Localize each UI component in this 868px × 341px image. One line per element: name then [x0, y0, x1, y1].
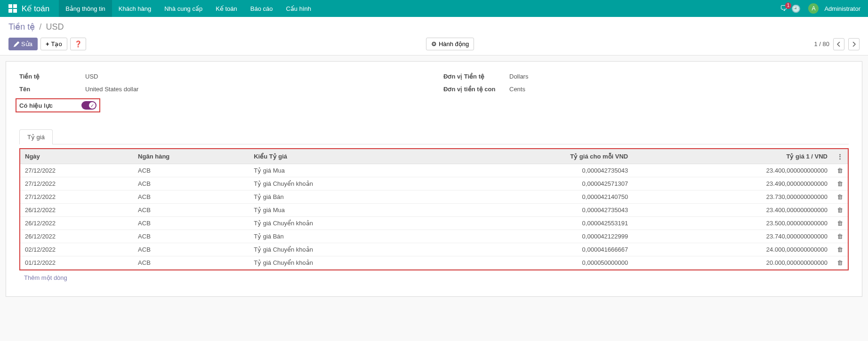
- nav-item-vendors[interactable]: Nhà cung cấp: [158, 0, 209, 17]
- delete-row-button[interactable]: 🗑: [832, 256, 848, 270]
- delete-row-button[interactable]: 🗑: [832, 190, 848, 204]
- delete-row-button[interactable]: 🗑: [832, 243, 848, 256]
- label-unit: Đơn vị Tiền tệ: [443, 73, 509, 80]
- cell-bank: ACB: [133, 217, 249, 230]
- col-date[interactable]: Ngày: [20, 149, 133, 164]
- create-button[interactable]: + Tạo: [40, 38, 67, 50]
- col-rate-per-vnd[interactable]: Tỷ giá cho mỗi VND: [443, 149, 633, 164]
- pencil-icon: [14, 41, 19, 47]
- active-toggle[interactable]: [81, 101, 96, 110]
- table-row[interactable]: 26/12/2022ACBTỷ giá Mua0,00004273504323.…: [20, 204, 848, 217]
- cell-type: Tỷ giá Chuyển khoản: [249, 177, 443, 190]
- table-row[interactable]: 27/12/2022ACBTỷ giá Mua0,00004273504323.…: [20, 164, 848, 177]
- table-row[interactable]: 27/12/2022ACBTỷ giá Chuyển khoản0,000042…: [20, 177, 848, 190]
- help-icon: ❓: [74, 40, 82, 48]
- control-panel: Tiền tệ / USD Sửa + Tạo ❓ ⚙ Hành động 1 …: [0, 17, 868, 56]
- cell-date: 27/12/2022: [20, 177, 133, 190]
- cell-inverse: 23.740,000000000000: [633, 230, 832, 243]
- nav-item-customers[interactable]: Khách hàng: [112, 0, 158, 17]
- chat-badge: 1: [785, 2, 792, 9]
- cell-rate: 0,000042140750: [443, 190, 633, 204]
- delete-row-button[interactable]: 🗑: [832, 177, 848, 190]
- cell-date: 02/12/2022: [20, 243, 133, 256]
- breadcrumb-parent[interactable]: Tiền tệ: [8, 22, 35, 32]
- chevron-right-icon: [852, 42, 856, 47]
- delete-row-button[interactable]: 🗑: [832, 217, 848, 230]
- pager-prev[interactable]: [833, 38, 844, 50]
- breadcrumb: Tiền tệ / USD: [0, 17, 868, 35]
- edit-button[interactable]: Sửa: [8, 38, 38, 50]
- cell-rate: 0,000042122999: [443, 230, 633, 243]
- rate-table: Ngày Ngân hàng Kiểu Tỷ giá Tỷ giá cho mỗ…: [20, 149, 848, 270]
- tab-bar: Tỷ giá: [19, 129, 849, 144]
- delete-row-button[interactable]: 🗑: [832, 230, 848, 243]
- value-subunit: Cents: [509, 86, 849, 93]
- cell-type: Tỷ giá Mua: [249, 164, 443, 177]
- label-subunit: Đơn vị tiền tệ con: [443, 86, 509, 93]
- breadcrumb-sep: /: [39, 22, 41, 32]
- cell-inverse: 23.490,000000000000: [633, 177, 832, 190]
- rate-table-highlight: Ngày Ngân hàng Kiểu Tỷ giá Tỷ giá cho mỗ…: [19, 148, 849, 270]
- active-row-highlight: Có hiệu lực: [16, 98, 100, 112]
- cell-inverse: 23.400,000000000000: [633, 164, 832, 177]
- cell-type: Tỷ giá Bán: [249, 230, 443, 243]
- cell-bank: ACB: [133, 204, 249, 217]
- nav-item-dashboard[interactable]: Bảng thông tin: [59, 0, 112, 17]
- nav-item-reports[interactable]: Báo cáo: [244, 0, 280, 17]
- edit-button-label: Sửa: [21, 40, 32, 48]
- cell-date: 26/12/2022: [20, 217, 133, 230]
- nav-item-accounting[interactable]: Kế toán: [209, 0, 244, 17]
- top-navbar: Kế toán Bảng thông tin Khách hàng Nhà cu…: [0, 0, 868, 17]
- col-inverse[interactable]: Tỷ giá 1 / VND: [633, 149, 832, 164]
- table-row[interactable]: 02/12/2022ACBTỷ giá Chuyển khoản0,000041…: [20, 243, 848, 256]
- activity-icon[interactable]: 🕘: [791, 4, 801, 13]
- pager-range: 1 / 80: [814, 40, 829, 48]
- add-line-row: Thêm một dòng: [19, 270, 849, 285]
- app-brand[interactable]: Kế toán: [22, 4, 49, 14]
- user-name[interactable]: Administrator: [824, 5, 860, 12]
- chevron-left-icon: [837, 42, 841, 47]
- tab-rates[interactable]: Tỷ giá: [19, 129, 53, 144]
- cell-rate: 0,000042571307: [443, 177, 633, 190]
- cell-rate: 0,000042553191: [443, 217, 633, 230]
- col-bank[interactable]: Ngân hàng: [133, 149, 249, 164]
- gear-icon: ⚙: [431, 40, 437, 48]
- pager: 1 / 80: [814, 38, 860, 50]
- cell-type: Tỷ giá Mua: [249, 204, 443, 217]
- chat-icon[interactable]: 🗨1: [780, 4, 788, 13]
- cell-date: 26/12/2022: [20, 204, 133, 217]
- table-row[interactable]: 26/12/2022ACBTỷ giá Bán0,00004212299923.…: [20, 230, 848, 243]
- cell-inverse: 23.730,000000000000: [633, 190, 832, 204]
- breadcrumb-current: USD: [46, 22, 64, 32]
- action-dropdown[interactable]: ⚙ Hành động: [426, 38, 474, 50]
- cell-bank: ACB: [133, 190, 249, 204]
- pager-next[interactable]: [848, 38, 860, 50]
- cell-type: Tỷ giá Chuyển khoản: [249, 217, 443, 230]
- table-row[interactable]: 01/12/2022ACBTỷ giá Chuyển khoản0,000050…: [20, 256, 848, 270]
- apps-icon[interactable]: [8, 4, 17, 13]
- add-line-link[interactable]: Thêm một dòng: [24, 274, 67, 281]
- cell-rate: 0,000050000000: [443, 256, 633, 270]
- help-button[interactable]: ❓: [70, 38, 86, 50]
- cell-bank: ACB: [133, 177, 249, 190]
- cell-bank: ACB: [133, 243, 249, 256]
- delete-row-button[interactable]: 🗑: [832, 164, 848, 177]
- avatar[interactable]: A: [808, 3, 819, 14]
- table-row[interactable]: 26/12/2022ACBTỷ giá Chuyển khoản0,000042…: [20, 217, 848, 230]
- cell-inverse: 23.400,000000000000: [633, 204, 832, 217]
- cell-inverse: 20.000,000000000000: [633, 256, 832, 270]
- col-options[interactable]: ⋮: [832, 149, 848, 164]
- cell-inverse: 23.500,000000000000: [633, 217, 832, 230]
- cell-date: 26/12/2022: [20, 230, 133, 243]
- nav-item-config[interactable]: Cấu hình: [279, 0, 318, 17]
- label-name: Tên: [19, 86, 85, 93]
- value-name: United States dollar: [85, 86, 425, 93]
- delete-row-button[interactable]: 🗑: [832, 204, 848, 217]
- form-sheet: Tiền tệ USD Tên United States dollar Có …: [6, 61, 862, 297]
- table-row[interactable]: 27/12/2022ACBTỷ giá Bán0,00004214075023.…: [20, 190, 848, 204]
- plus-icon: +: [46, 40, 49, 48]
- col-type[interactable]: Kiểu Tỷ giá: [249, 149, 443, 164]
- value-currency: USD: [85, 73, 425, 80]
- value-unit: Dollars: [509, 73, 849, 80]
- cell-date: 01/12/2022: [20, 256, 133, 270]
